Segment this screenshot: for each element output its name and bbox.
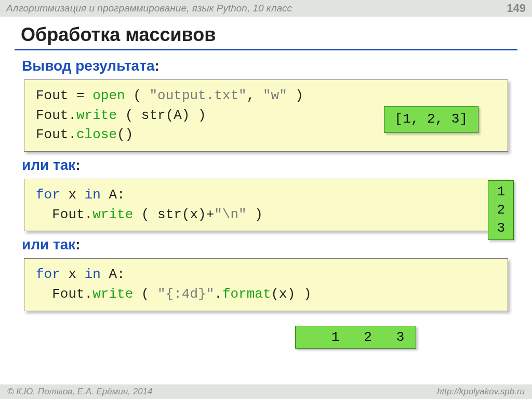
code-token: . bbox=[214, 286, 222, 302]
code-block-2: for x in A: Fout.write ( str(x)+"\n" )1 … bbox=[24, 179, 508, 231]
code-token: , bbox=[247, 88, 263, 103]
section-heading-3: или так: bbox=[22, 236, 517, 253]
code-token: ( bbox=[125, 88, 150, 103]
code-fn: open bbox=[92, 88, 125, 103]
slide-content: Обработка массивов Вывод результата: Fou… bbox=[0, 17, 532, 349]
header-bar: Алгоритмизация и программирование, язык … bbox=[0, 0, 532, 17]
code-token: Fout. bbox=[36, 207, 92, 222]
output-badge-2: 1 2 3 bbox=[488, 180, 514, 240]
heading-colon: : bbox=[75, 236, 80, 252]
section-heading-1: Вывод результата: bbox=[22, 58, 517, 74]
code-token: A: bbox=[101, 187, 125, 203]
code-token: () bbox=[117, 127, 133, 142]
footer-bar: © К.Ю. Поляков, Е.А. Ерёмин, 2014 http:/… bbox=[0, 384, 532, 399]
code-token: x bbox=[60, 267, 85, 282]
code-fn: write bbox=[92, 286, 133, 302]
code-token: ( str(A) ) bbox=[117, 108, 206, 123]
section-heading-2: или так: bbox=[22, 157, 517, 174]
code-fn: format bbox=[222, 286, 271, 302]
heading-text: или так bbox=[22, 157, 75, 173]
page-number: 149 bbox=[507, 2, 526, 15]
code-fn: close bbox=[76, 127, 117, 142]
heading-colon: : bbox=[154, 58, 159, 74]
code-token: x bbox=[60, 187, 85, 203]
code-string: "w" bbox=[263, 88, 287, 103]
footer-copyright: © К.Ю. Поляков, Е.А. Ерёмин, 2014 bbox=[7, 387, 153, 397]
code-token: ) bbox=[287, 88, 303, 103]
code-token: Fout bbox=[36, 88, 68, 103]
footer-url: http://kpolyakov.spb.ru bbox=[437, 387, 525, 397]
code-block-3: for x in A: Fout.write ( "{:4d}".format(… bbox=[24, 258, 508, 311]
code-token: (x) ) bbox=[271, 286, 312, 302]
page-title: Обработка массивов bbox=[15, 21, 517, 50]
code-fn: write bbox=[92, 207, 133, 222]
breadcrumb: Алгоритмизация и программирование, язык … bbox=[6, 3, 292, 14]
heading-colon: : bbox=[75, 157, 80, 173]
heading-text: Вывод результата bbox=[22, 58, 154, 74]
code-token: ( bbox=[133, 286, 157, 302]
heading-text: или так bbox=[22, 236, 75, 252]
code-keyword: for bbox=[36, 187, 60, 203]
code-token: Fout. bbox=[36, 286, 92, 302]
code-keyword: for bbox=[36, 267, 60, 282]
code-string: "{:4d}" bbox=[157, 286, 214, 302]
code-fn: write bbox=[76, 108, 117, 123]
code-block-1: Fout = open ( "output.txt", "w" ) Fout.w… bbox=[24, 79, 508, 152]
code-token: Fout. bbox=[36, 127, 76, 142]
code-token: ( str(x)+ bbox=[133, 207, 214, 222]
output-badge-3: 1 2 3 bbox=[295, 326, 416, 349]
code-string: "\n" bbox=[214, 207, 246, 222]
code-token: A: bbox=[101, 267, 125, 282]
code-keyword: in bbox=[85, 187, 101, 203]
code-token: = bbox=[68, 88, 92, 103]
code-token: ) bbox=[247, 207, 263, 222]
code-keyword: in bbox=[85, 267, 101, 282]
code-string: "output.txt" bbox=[149, 88, 246, 103]
output-badge-1: [1, 2, 3] bbox=[384, 106, 478, 133]
code-token: Fout. bbox=[36, 108, 76, 123]
